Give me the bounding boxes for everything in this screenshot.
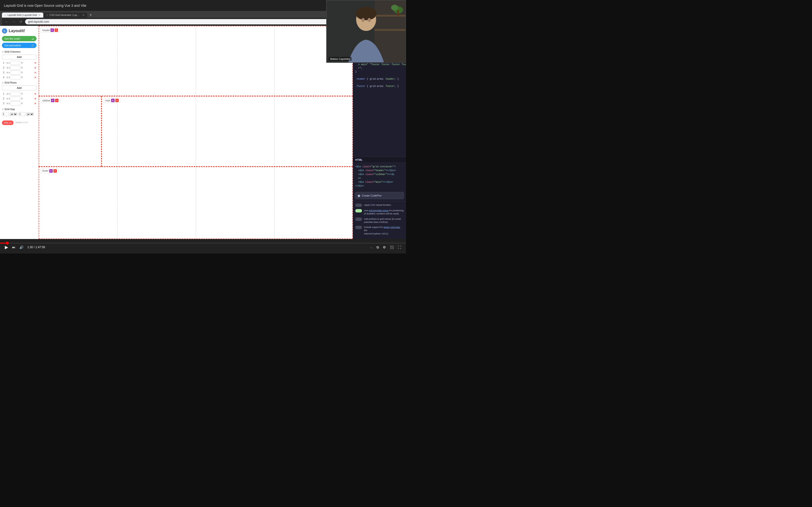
column-row-2: 2 ⬆⬇ fr ✕ bbox=[2, 66, 37, 70]
prefixes-toggle[interactable] bbox=[355, 218, 362, 221]
add-row-button[interactable]: Add bbox=[2, 86, 37, 90]
row-row-3: 3 ⬆⬇ fr ✕ bbox=[2, 101, 37, 106]
get-code-button[interactable]: Get the code! 🗂 bbox=[2, 36, 37, 41]
middle-zone: sidebar ⊞ ✕ main ⊞ ✕ bbox=[39, 96, 353, 166]
refresh-btn[interactable]: ↺ bbox=[18, 19, 23, 24]
sidebar-grid-btn[interactable]: ⊞ bbox=[51, 99, 54, 102]
next-button[interactable]: ⏭ bbox=[12, 245, 15, 249]
row-2-input[interactable] bbox=[11, 97, 20, 101]
html-code-block: <div class="grid-container"> <div class=… bbox=[353, 163, 406, 190]
column-row-1: 1 ⬆⬇ fr ✕ bbox=[2, 61, 37, 65]
main-label: main ⊞ ✕ bbox=[103, 98, 120, 103]
row-row-1: 1 ⬆⬇ fr ✕ bbox=[2, 92, 37, 96]
settings-button[interactable]: ⚙ bbox=[383, 245, 386, 249]
logo-area: L Layoutit! bbox=[2, 28, 37, 34]
column-1-input[interactable] bbox=[11, 61, 20, 65]
header-zone: header ⊞ ✕ bbox=[39, 26, 353, 96]
row-1-delete[interactable]: ✕ bbox=[34, 92, 37, 96]
grid-canvas: header ⊞ ✕ sidebar ⊞ ✕ bbox=[39, 26, 353, 239]
tab1-favicon: L bbox=[5, 14, 6, 16]
main-grid-btn[interactable]: ⊞ bbox=[111, 99, 114, 102]
row-2-delete[interactable]: ✕ bbox=[34, 97, 37, 101]
svg-rect-2 bbox=[374, 15, 405, 17]
row-1-input[interactable] bbox=[11, 92, 20, 96]
gap-col-unit[interactable]: px bbox=[10, 113, 17, 116]
gap-row-unit[interactable]: px bbox=[26, 113, 34, 116]
svg-point-9 bbox=[391, 5, 398, 11]
fullscreen-button[interactable]: ⛶ bbox=[398, 245, 401, 249]
gap-col-input[interactable] bbox=[2, 112, 9, 116]
html-panel-header: HTML bbox=[353, 157, 406, 163]
gap-row: px px bbox=[2, 112, 37, 116]
grid-columns-icon: :: bbox=[2, 50, 4, 53]
tab2-label: CSS Grid Generator | Layoutit! bbox=[50, 14, 81, 16]
gap-row-input[interactable] bbox=[18, 112, 25, 116]
forward-btn[interactable]: → bbox=[11, 19, 16, 24]
get-permalink-button[interactable]: Get permalink 🔗 bbox=[2, 43, 37, 48]
grid-template-link[interactable]: grid-template-areas bbox=[369, 209, 389, 212]
svg-point-7 bbox=[367, 18, 371, 22]
main-content: L Layoutit Grid | Layoutit Grid ✕ C CSS … bbox=[0, 11, 406, 239]
column-3-delete[interactable]: ✕ bbox=[34, 71, 37, 74]
add-tab-button[interactable]: + bbox=[88, 12, 94, 18]
footer-grid-btn[interactable]: ⊞ bbox=[49, 169, 53, 173]
left-sidebar: L Layoutit! Get the code! 🗂 Get permalin… bbox=[0, 26, 39, 239]
header-del-btn[interactable]: ✕ bbox=[55, 29, 58, 32]
add-column-button[interactable]: Add bbox=[2, 55, 37, 59]
row-3-delete[interactable]: ✕ bbox=[34, 102, 37, 105]
repeat-toggle[interactable] bbox=[355, 204, 362, 207]
svg-point-5 bbox=[356, 7, 377, 20]
footer-label: footer ⊞ ✕ bbox=[41, 169, 58, 173]
create-codepen-button[interactable]: ◉ Create CodePen bbox=[355, 192, 404, 199]
options-area: Apply CSS repeat function. Use grid-temp… bbox=[353, 201, 406, 239]
bottom-bar: ▶ ⏭ 🔊 1:30 / 1:47:56 ⌄ ⧉ ⚙ ⬛ ⛶ bbox=[0, 239, 406, 253]
version-text: version 1.0.3 bbox=[15, 121, 28, 124]
column-4-input[interactable] bbox=[11, 75, 20, 79]
tab1-label: Layoutit Grid | Layoutit Grid bbox=[7, 14, 37, 16]
address-input[interactable] bbox=[25, 19, 375, 24]
webcam-name: Matias Capeletto bbox=[329, 57, 352, 61]
header-grid-btn[interactable]: ⊞ bbox=[51, 29, 54, 32]
svg-rect-3 bbox=[374, 29, 405, 31]
link-icon: 🔗 bbox=[31, 44, 34, 47]
svg-point-6 bbox=[361, 18, 365, 22]
sidebar-del-btn[interactable]: ✕ bbox=[55, 99, 58, 102]
grid-rows-section: :: Grid Rows bbox=[2, 81, 37, 84]
logo-text: Layoutit! bbox=[9, 29, 25, 33]
row-3-input[interactable] bbox=[11, 101, 20, 106]
tab-css-generator[interactable]: C CSS Grid Generator | Layoutit! ✕ bbox=[44, 12, 87, 18]
bottom-sidebar: Hire us version 1.0.3 bbox=[2, 119, 37, 125]
column-2-delete[interactable]: ✕ bbox=[34, 66, 37, 69]
volume-button[interactable]: 🔊 bbox=[19, 245, 23, 249]
grid-rows-icon: :: bbox=[2, 81, 4, 84]
column-row-3: 3 ⬆⬇ fr ✕ bbox=[2, 70, 37, 74]
hire-us-button[interactable]: Hire us bbox=[2, 120, 13, 125]
main-del-btn[interactable]: ✕ bbox=[115, 99, 119, 102]
back-btn[interactable]: ← bbox=[4, 19, 9, 24]
progress-dot bbox=[6, 242, 9, 244]
progress-bar-fill bbox=[0, 243, 6, 243]
template-toggle[interactable] bbox=[355, 209, 362, 213]
column-3-input[interactable] bbox=[11, 70, 20, 74]
tab-layoutit-grid[interactable]: L Layoutit Grid | Layoutit Grid ✕ bbox=[2, 12, 43, 18]
column-2-input[interactable] bbox=[11, 66, 20, 70]
progress-bar-container[interactable] bbox=[0, 243, 406, 243]
legacy-toggle[interactable] bbox=[355, 226, 362, 229]
subtitle-menu[interactable]: ⌄ bbox=[370, 245, 373, 249]
legacy-link[interactable]: legacy grid spec bbox=[384, 226, 400, 228]
tab2-close[interactable]: ✕ bbox=[83, 14, 84, 16]
tab1-close[interactable]: ✕ bbox=[39, 14, 40, 16]
play-button[interactable]: ▶ bbox=[5, 244, 8, 250]
time-display: 1:30 / 1:47:56 bbox=[27, 245, 45, 249]
webcam-video: Matias Capeletto bbox=[327, 0, 406, 62]
column-4-delete[interactable]: ✕ bbox=[34, 76, 37, 79]
cc-button[interactable]: ⧉ bbox=[376, 245, 379, 249]
grid-gap-icon: :: bbox=[2, 108, 4, 111]
column-1-delete[interactable]: ✕ bbox=[34, 61, 37, 65]
theater-button[interactable]: ⬛ bbox=[390, 245, 394, 249]
tab2-favicon: C bbox=[47, 14, 48, 16]
header-label: header ⊞ ✕ bbox=[41, 28, 60, 33]
main-zone: main ⊞ ✕ bbox=[101, 96, 353, 166]
footer-del-btn[interactable]: ✕ bbox=[53, 169, 57, 173]
option-prefixes: Add prefixes to grid names (to avoid pot… bbox=[355, 217, 404, 224]
